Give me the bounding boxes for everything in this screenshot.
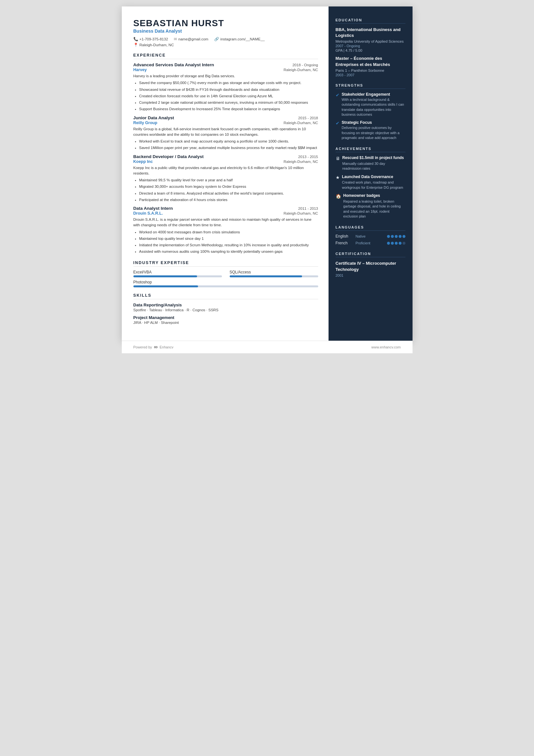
dot — [395, 242, 398, 245]
dot-empty — [402, 242, 405, 245]
degree-1-title: BBA, International Business and Logistic… — [336, 27, 405, 39]
strength-2: ✔ Strategic Focus Delivering positive ou… — [336, 120, 405, 140]
list-item: Showcased total revenue of $42B in FY16 … — [139, 87, 318, 93]
candidate-title: Business Data Analyst — [134, 28, 318, 34]
skill-bars-grid: Excel/VBA SQL/Access — [134, 270, 318, 277]
achievements-section: ACHIEVEMENTS 🖥 Rescued $1.5mill in proje… — [336, 147, 405, 219]
french-dots — [387, 242, 405, 245]
skill-group-2-title: Project Management — [134, 315, 318, 320]
experience-title: EXPERIENCE — [134, 53, 318, 59]
job-4-desc: Drouin S.A.R.L. is a regular parcel serv… — [134, 217, 318, 228]
job-4-dates: 2011 - 2013 — [298, 206, 318, 210]
list-item: Initiated the implementation of Scrum Me… — [139, 242, 318, 248]
language-french: French Proficient — [336, 241, 405, 245]
strength-1-content: Stakeholder Engagement With a technical … — [342, 92, 405, 117]
job-2-company: Reilly Group — [134, 121, 157, 125]
achievement-1-title: Rescued $1.5mill in project funds — [343, 155, 405, 161]
phone-icon: 📞 — [134, 37, 138, 41]
job-1-company: Harvey — [134, 68, 147, 72]
list-item: Migrated 30,000+ accounts from legacy sy… — [139, 184, 318, 189]
dot — [395, 235, 398, 238]
list-item: Maintained 99,5 % quality level for over… — [139, 177, 318, 183]
achievement-1-desc: Manually calculated 30 day readmission r… — [343, 161, 405, 171]
list-item: Saved 1Million paper print per year, aut… — [139, 145, 318, 150]
dot — [387, 235, 390, 238]
job-3-desc: Koepp Inc is a public utility that provi… — [134, 165, 318, 176]
footer-brand: Enhancv — [160, 345, 173, 349]
home-icon: 🏠 — [336, 194, 341, 199]
job-2-desc: Reilly Group is a global, full-service i… — [134, 126, 318, 138]
achievement-2-desc: Created work plan, roadmap and workgroup… — [342, 180, 405, 190]
email-contact: ✉ name@gmail.com — [174, 37, 208, 41]
languages-section: LANGUAGES English Native French Proficie… — [336, 225, 405, 245]
strength-2-title: Strategic Focus — [342, 120, 405, 125]
skill-photoshop: Photoshop — [134, 280, 318, 287]
achievements-title: ACHIEVEMENTS — [336, 147, 405, 152]
skill-sql-fill — [230, 275, 302, 277]
strength-1-title: Stakeholder Engagement — [342, 92, 405, 97]
list-item: Assisted with numerous audits using 100%… — [139, 249, 318, 255]
degree-2-school: Paris 1 – Panthéon Sorbonne — [336, 68, 405, 72]
enhancv-logo-icon: ∞ — [154, 344, 158, 350]
skill-excel-fill — [134, 275, 197, 277]
list-item: Worked on 4000 text messages drawn from … — [139, 230, 318, 235]
french-name: French — [336, 241, 354, 245]
languages-title: LANGUAGES — [336, 225, 405, 231]
job-1-desc: Harvey is a leading provider of storage … — [134, 73, 318, 79]
skill-photoshop-fill — [134, 285, 198, 287]
dot — [387, 242, 390, 245]
instagram-icon: 🔗 — [214, 37, 219, 41]
footer: Powered by ∞ Enhancv www.enhancv.com — [122, 341, 413, 353]
instagram-contact: 🔗 instagram.com/__NAME__ — [214, 37, 265, 41]
education-title: EDUCATION — [336, 18, 405, 24]
dot — [391, 242, 394, 245]
location-value: Raleigh-Durham, NC — [140, 43, 174, 47]
skill-group-1: Data Reporting/Analysis Spotfire · Table… — [134, 303, 318, 312]
industry-expertise-section: INDUSTRY EXPERTISE Excel/VBA SQL/Access — [134, 260, 318, 287]
certification-section: CERTIFICATION Certificate IV – Microcomp… — [336, 252, 405, 277]
list-item: Completed 2 large scale national politic… — [139, 100, 318, 105]
achievement-1: 🖥 Rescued $1.5mill in project funds Manu… — [336, 155, 405, 171]
skill-sql-track — [230, 275, 318, 277]
contact-row: 📞 +1-709-375-8132 ✉ name@gmail.com 🔗 ins… — [134, 37, 318, 41]
strength-2-desc: Delivering positive outcomes by focusing… — [342, 125, 405, 140]
location-icon: 📍 — [134, 43, 138, 47]
job-2-location: Raleigh-Durham, NC — [284, 121, 318, 125]
skill-sql-label: SQL/Access — [230, 270, 318, 274]
dot — [391, 235, 394, 238]
list-item: Support Business Development to Increase… — [139, 106, 318, 112]
achievement-3-content: Homeowner badges Repaired a leaking toil… — [343, 193, 405, 219]
list-item: Worked with Excel to track and map accou… — [139, 139, 318, 144]
certification-title: CERTIFICATION — [336, 252, 405, 257]
strength-1-desc: With a technical background & outstandin… — [342, 97, 405, 117]
job-1-title: Advanced Services Data Analyst Intern — [134, 62, 214, 67]
job-1-location: Raleigh-Durham, NC — [284, 68, 318, 72]
cert-year: 2001 — [336, 273, 405, 277]
language-english: English Native — [336, 234, 405, 238]
degree-2-title: Master – Économie des Entreprises et des… — [336, 56, 405, 67]
monitor-icon: 🖥 — [336, 156, 340, 161]
job-4-location: Raleigh-Durham, NC — [284, 211, 318, 215]
cert-name: Certificate IV – Microcomputer Technolog… — [336, 260, 405, 272]
header-section: SEBASTIAN HURST Business Data Analyst 📞 … — [134, 18, 318, 47]
email-value: name@gmail.com — [178, 37, 208, 41]
job-3-title: Backend Developer / Data Analyst — [134, 154, 204, 159]
job-3: Backend Developer / Data Analyst 2013 - … — [134, 154, 318, 203]
job-2-title: Junior Data Analyst — [134, 115, 174, 120]
strength-1: ✔ Stakeholder Engagement With a technica… — [336, 92, 405, 117]
powered-by-text: Powered by — [134, 345, 152, 349]
achievement-3-desc: Repaired a leaking toilet, broken garbag… — [343, 199, 405, 219]
phone-contact: 📞 +1-709-375-8132 — [134, 37, 168, 41]
industry-expertise-title: INDUSTRY EXPERTISE — [134, 260, 318, 267]
dot — [402, 235, 405, 238]
skill-sql: SQL/Access — [230, 270, 318, 277]
achievement-2-content: Launched Data Governance Created work pl… — [342, 175, 405, 190]
skill-group-2-items: JIRA · HP ALM · Sharepoint — [134, 321, 318, 325]
achievement-2-title: Launched Data Governance — [342, 175, 405, 180]
email-icon: ✉ — [174, 37, 177, 41]
skills-section: SKILLS Data Reporting/Analysis Spotfire … — [134, 293, 318, 325]
job-3-location: Raleigh-Durham, NC — [284, 160, 318, 164]
list-item: Maintained top quality level since day 1 — [139, 236, 318, 241]
job-3-bullets: Maintained 99,5 % quality level for over… — [134, 177, 318, 202]
checkmark-icon: ✔ — [336, 121, 340, 126]
